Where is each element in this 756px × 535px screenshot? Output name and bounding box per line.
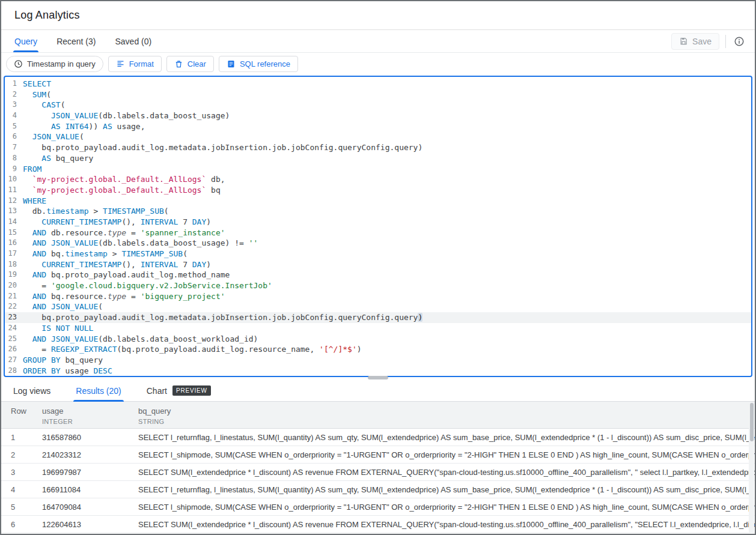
clock-icon (14, 59, 23, 68)
code-line[interactable]: 28ORDER BY usage DESC (5, 366, 751, 376)
line-number: 21 (5, 291, 23, 302)
line-number: 7 (5, 142, 23, 153)
tab-chart[interactable]: Chart PREVIEW (144, 380, 213, 402)
table-row[interactable]: 1316587860SELECT l_returnflag, l_linesta… (1, 429, 755, 446)
line-code: AS bq_query (23, 153, 93, 164)
sql-reference-button-label: SQL reference (240, 59, 290, 68)
code-line[interactable]: 25 AND JSON_VALUE(db.labels.data_boost_w… (5, 334, 751, 345)
line-number: 17 (5, 249, 23, 259)
table-row[interactable]: 2214023312SELECT l_shipmode, SUM(CASE WH… (1, 446, 755, 464)
code-line[interactable]: 18 CURRENT_TIMESTAMP(), INTERVAL 7 DAY) (5, 259, 751, 270)
table-row[interactable]: 5164709084SELECT l_shipmode, SUM(CASE WH… (1, 498, 755, 516)
cell-usage: 214023312 (42, 450, 138, 459)
code-line[interactable]: 22 AND JSON_VALUE( (5, 301, 751, 312)
results-table: Row usage INTEGER bq_query STRING 131658… (1, 402, 755, 533)
code-line[interactable]: 19 AND bq.proto_payload.audit_log.method… (5, 270, 751, 280)
format-button[interactable]: Format (108, 56, 162, 72)
code-line[interactable]: 14 CURRENT_TIMESTAMP(), INTERVAL 7 DAY) (5, 217, 751, 228)
column-bq-query-type: STRING (138, 418, 755, 425)
cell-usage: 316587860 (42, 433, 138, 442)
tab-query-label: Query (14, 37, 37, 46)
timestamp-in-query-chip[interactable]: Timestamp in query (6, 56, 103, 72)
sql-reference-button[interactable]: SQL reference (219, 56, 298, 72)
code-line[interactable]: 8 AS bq_query (5, 153, 751, 164)
tab-recent[interactable]: Recent (3) (49, 30, 103, 52)
code-line[interactable]: 27GROUP BY bq_query (5, 355, 751, 366)
tab-log-views[interactable]: Log views (11, 380, 53, 402)
tab-saved-label: Saved (0) (115, 37, 151, 46)
results-scrollbar[interactable] (749, 402, 754, 533)
info-icon[interactable] (732, 34, 746, 49)
clear-button[interactable]: Clear (166, 56, 214, 72)
cell-bq-query: SELECT SUM(l_extendedprice * l_discount)… (138, 520, 755, 529)
line-number: 11 (5, 185, 23, 196)
code-line[interactable]: 6 JSON_VALUE( (5, 131, 751, 142)
column-header-usage[interactable]: usage INTEGER (42, 407, 138, 428)
column-usage-name: usage (42, 407, 138, 416)
code-line[interactable]: 11 `my-project.global._Default._AllLogs`… (5, 185, 751, 196)
results-table-header: Row usage INTEGER bq_query STRING (1, 402, 755, 429)
results-scrollbar-thumb[interactable] (750, 403, 754, 441)
code-line[interactable]: 1SELECT (5, 79, 751, 89)
code-line[interactable]: 26 = REGEXP_EXTRACT(bq.proto_payload.aud… (5, 344, 751, 355)
code-line[interactable]: 2 SUM( (5, 89, 751, 100)
sql-editor[interactable]: 1SELECT2 SUM(3 CAST(4 JSON_VALUE(db.labe… (4, 76, 752, 377)
line-number: 10 (5, 174, 23, 185)
code-line[interactable]: 5 AS INT64)) AS usage, (5, 121, 751, 132)
line-number: 3 (5, 100, 23, 110)
code-line[interactable]: 20 = 'google.cloud.bigquery.v2.JobServic… (5, 280, 751, 291)
code-line[interactable]: 4 JSON_VALUE(db.labels.data_boost_usage) (5, 110, 751, 121)
tab-results[interactable]: Results (20) (73, 380, 123, 402)
table-row[interactable]: 6122604613SELECT SUM(l_extendedprice * l… (1, 516, 755, 533)
save-button[interactable]: Save (671, 33, 719, 50)
line-code: ORDER BY usage DESC (23, 366, 112, 376)
code-line[interactable]: 9FROM (5, 164, 751, 175)
query-toolbar: Timestamp in query Format Clear SQL refe… (1, 53, 755, 74)
line-code: WHERE (23, 196, 46, 207)
column-bq-query-name: bq_query (138, 407, 755, 416)
line-code: AND JSON_VALUE(db.labels.data_boost_usag… (23, 238, 258, 249)
code-line[interactable]: 3 CAST( (5, 100, 751, 110)
line-code: `my-project.global._Default._AllLogs` db… (23, 174, 225, 185)
trash-icon (174, 59, 183, 68)
tab-query[interactable]: Query (7, 30, 44, 52)
code-line[interactable]: 16 AND JSON_VALUE(db.labels.data_boost_u… (5, 238, 751, 249)
cell-bq-query: SELECT l_returnflag, l_linestatus, SUM(l… (138, 485, 755, 494)
line-number: 19 (5, 270, 23, 280)
results-body: 1316587860SELECT l_returnflag, l_linesta… (1, 429, 755, 533)
line-number: 13 (5, 206, 23, 217)
line-number: 5 (5, 121, 23, 132)
line-number: 14 (5, 217, 23, 228)
code-line[interactable]: 17 AND bq.timestamp > TIMESTAMP_SUB( (5, 249, 751, 259)
format-icon (116, 59, 125, 68)
code-line[interactable]: 23 bq.proto_payload.audit_log.metadata.j… (5, 312, 751, 323)
code-line[interactable]: 10 `my-project.global._Default._AllLogs`… (5, 174, 751, 185)
table-row[interactable]: 3196997987SELECT SUM(l_extendedprice * l… (1, 464, 755, 481)
column-header-row[interactable]: Row (1, 407, 42, 428)
line-code: JSON_VALUE(db.labels.data_boost_usage) (23, 110, 230, 121)
cell-bq-query: SELECT l_shipmode, SUM(CASE WHEN o_order… (138, 503, 755, 512)
line-code: JSON_VALUE( (23, 131, 84, 142)
divider (725, 35, 726, 48)
code-line[interactable]: 24 IS NOT NULL (5, 323, 751, 334)
line-code: AND bq.proto_payload.audit_log.method_na… (23, 270, 230, 280)
line-number: 22 (5, 301, 23, 312)
line-number: 20 (5, 280, 23, 291)
panel-resize-handle[interactable] (368, 376, 388, 379)
code-line[interactable]: 7 bq.proto_payload.audit_log.metadata.jo… (5, 142, 751, 153)
tab-saved[interactable]: Saved (0) (108, 30, 159, 52)
table-row[interactable]: 4166911084SELECT l_returnflag, l_linesta… (1, 481, 755, 498)
line-number: 12 (5, 196, 23, 207)
code-line[interactable]: 15 AND db.resource.type = 'spanner_insta… (5, 228, 751, 238)
line-number: 18 (5, 259, 23, 270)
tab-recent-label: Recent (3) (56, 37, 96, 46)
cell-usage: 166911084 (42, 485, 138, 494)
column-row-name: Row (11, 407, 42, 416)
save-icon (679, 37, 688, 46)
code-line[interactable]: 21 AND bq.resource.type = 'bigquery_proj… (5, 291, 751, 302)
clear-button-label: Clear (187, 59, 206, 68)
code-line[interactable]: 13 db.timestamp > TIMESTAMP_SUB( (5, 206, 751, 217)
sql-editor-wrap: 1SELECT2 SUM(3 CAST(4 JSON_VALUE(db.labe… (4, 76, 752, 377)
code-line[interactable]: 12WHERE (5, 196, 751, 207)
column-header-bq-query[interactable]: bq_query STRING (138, 407, 755, 428)
